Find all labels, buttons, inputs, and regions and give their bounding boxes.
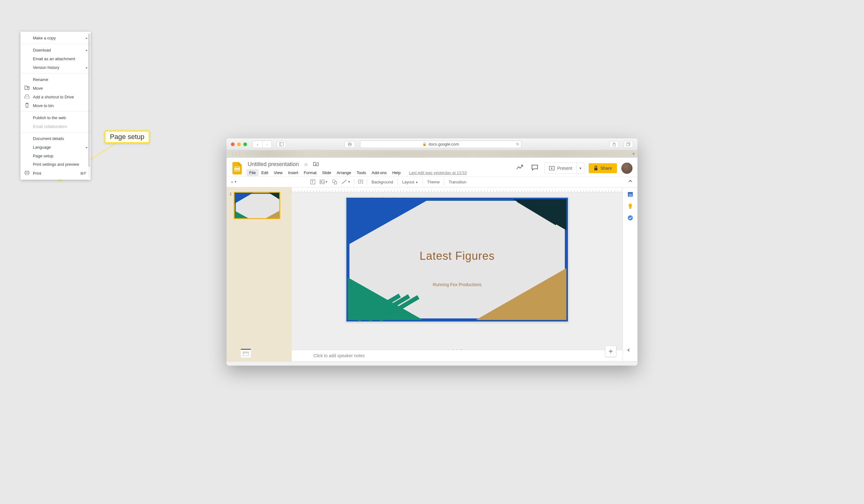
nav-buttons: ‹ › xyxy=(253,141,272,148)
transition-button[interactable]: Transition xyxy=(446,178,469,185)
menu-tools[interactable]: Tools xyxy=(354,169,369,176)
hide-menus-button[interactable] xyxy=(626,178,635,186)
canvas-area[interactable]: Latest Figures Running Fox Productions C… xyxy=(292,188,623,361)
tabs-button-safari[interactable] xyxy=(624,141,633,148)
slides-logo-icon[interactable] xyxy=(231,161,243,175)
present-button-group: Present ▼ xyxy=(544,163,584,174)
menu-help[interactable]: Help xyxy=(389,169,404,176)
explore-button[interactable] xyxy=(605,346,616,357)
svg-rect-9 xyxy=(594,168,597,170)
svg-rect-40 xyxy=(243,352,249,356)
theme-button[interactable]: Theme xyxy=(424,178,442,185)
star-icon[interactable]: ☆ xyxy=(303,160,309,169)
status-bar xyxy=(227,361,637,365)
menu-arrange[interactable]: Arrange xyxy=(334,169,354,176)
svg-rect-15 xyxy=(334,182,337,184)
sidebar-toggle-button[interactable] xyxy=(277,141,286,148)
line-button[interactable]: ▼ xyxy=(339,178,352,185)
move-folder-icon[interactable] xyxy=(312,160,320,169)
document-title[interactable]: Untitled presentation xyxy=(247,160,300,168)
shape-button[interactable] xyxy=(330,178,339,185)
menu-file[interactable]: File xyxy=(247,169,259,176)
menu-slide[interactable]: Slide xyxy=(319,169,334,176)
menu-addons[interactable]: Add-ons xyxy=(369,169,389,176)
present-label: Present xyxy=(557,166,572,171)
slide-title-text[interactable]: Latest Figures xyxy=(345,250,569,263)
share-label: Share xyxy=(601,166,612,171)
horizontal-ruler xyxy=(292,188,623,192)
background-button[interactable]: Background xyxy=(369,178,395,185)
minimize-window-icon[interactable] xyxy=(237,142,241,146)
filmstrip[interactable]: 1 xyxy=(227,188,292,361)
slides-toolbar: +▼ T ▼ ▼ + Background Layout ▼ Theme Tra… xyxy=(227,176,637,188)
text-box-button[interactable]: T xyxy=(309,178,317,185)
slide-thumbnail-1[interactable] xyxy=(234,192,280,219)
slide-canvas[interactable]: Latest Figures Running Fox Productions xyxy=(345,197,569,322)
svg-text:+: + xyxy=(360,180,362,183)
keep-icon[interactable] xyxy=(627,203,633,209)
calendar-icon[interactable]: 31 xyxy=(627,191,633,197)
menubar: File Edit View Insert Format Slide Arran… xyxy=(247,169,511,176)
comments-icon[interactable] xyxy=(529,163,540,174)
safari-toolbar: ‹ › 🔒 docs.google.com ↻ xyxy=(227,139,637,150)
svg-point-2 xyxy=(348,143,351,146)
svg-text:T: T xyxy=(312,180,314,184)
notes-placeholder: Click to add speaker notes xyxy=(313,353,365,358)
svg-line-16 xyxy=(342,180,346,184)
activity-icon[interactable] xyxy=(515,163,525,173)
url-text: docs.google.com xyxy=(429,142,459,146)
url-bar[interactable]: 🔒 docs.google.com ↻ xyxy=(360,141,521,148)
reload-icon[interactable]: ↻ xyxy=(516,142,519,146)
share-button-safari[interactable] xyxy=(610,141,619,148)
speaker-notes[interactable]: Click to add speaker notes xyxy=(292,350,623,361)
tab-strip: ⋮⋮⋮ + xyxy=(227,150,637,158)
menu-insert[interactable]: Insert xyxy=(285,169,301,176)
present-icon xyxy=(549,166,555,170)
side-panel: 31 xyxy=(623,188,637,361)
notes-drag-handle[interactable] xyxy=(451,349,463,351)
svg-rect-0 xyxy=(280,142,284,146)
image-button[interactable]: ▼ xyxy=(318,178,330,185)
svg-point-39 xyxy=(628,215,633,220)
privacy-button[interactable] xyxy=(345,141,355,148)
maximize-window-icon[interactable] xyxy=(243,142,247,146)
browser-window: ‹ › 🔒 docs.google.com ↻ ⋮⋮⋮ + xyxy=(227,139,637,365)
slide-subtitle-text[interactable]: Running Fox Productions xyxy=(345,282,569,287)
menu-format[interactable]: Format xyxy=(301,169,319,176)
menu-view[interactable]: View xyxy=(271,169,285,176)
svg-rect-5 xyxy=(627,143,629,146)
traffic-lights xyxy=(231,142,247,146)
tasks-icon[interactable] xyxy=(627,215,633,221)
avatar[interactable] xyxy=(621,163,633,174)
svg-rect-36 xyxy=(628,192,633,193)
slides-header: Untitled presentation ☆ File Edit View I… xyxy=(227,158,637,176)
svg-rect-38 xyxy=(629,208,631,208)
lock-icon: 🔒 xyxy=(422,142,427,146)
last-edit-link[interactable]: Last edit was yesterday at 13:53 xyxy=(409,170,467,175)
slides-body: 1 xyxy=(227,188,637,361)
lock-icon xyxy=(594,166,598,171)
layout-button[interactable]: Layout ▼ xyxy=(400,178,421,185)
thumbnail-number: 1 xyxy=(230,192,232,219)
present-dropdown[interactable]: ▼ xyxy=(577,163,584,173)
present-button[interactable]: Present xyxy=(545,166,576,171)
add-comment-button[interactable]: + xyxy=(356,178,365,185)
filmstrip-view-button[interactable] xyxy=(241,349,251,358)
new-tab-button[interactable]: + xyxy=(632,151,635,157)
svg-rect-12 xyxy=(320,180,324,184)
new-slide-button[interactable]: +▼ xyxy=(229,178,239,185)
svg-point-13 xyxy=(321,181,322,182)
back-button[interactable]: ‹ xyxy=(253,141,262,148)
svg-rect-7 xyxy=(235,168,240,170)
close-window-icon[interactable] xyxy=(231,142,235,146)
forward-button[interactable]: › xyxy=(262,141,272,148)
safari-right-icons xyxy=(607,141,633,148)
menu-edit[interactable]: Edit xyxy=(259,169,271,176)
share-button[interactable]: Share xyxy=(589,163,617,173)
expand-side-panel-button[interactable] xyxy=(627,348,633,353)
svg-text:31: 31 xyxy=(629,194,632,197)
